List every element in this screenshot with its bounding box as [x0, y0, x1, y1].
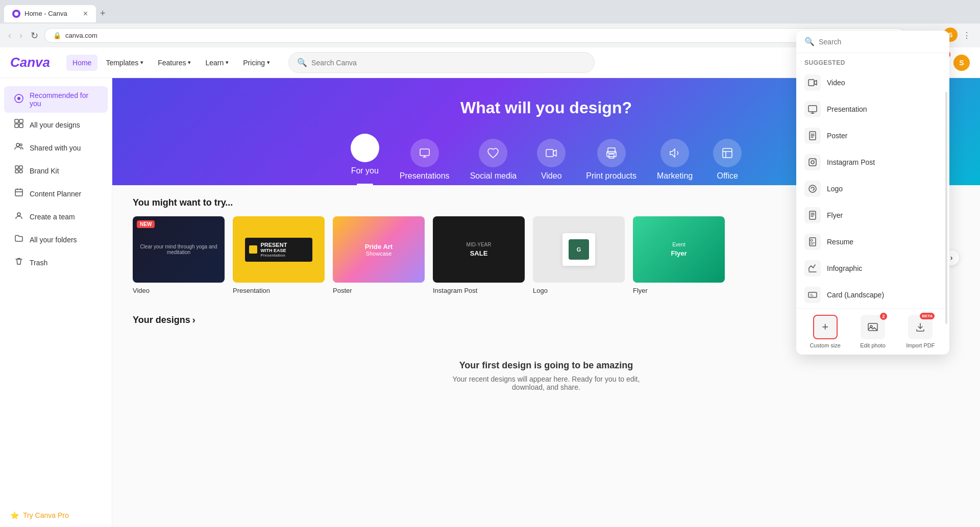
nav-link-features[interactable]: Features ▾: [152, 55, 197, 71]
browser-back-button[interactable]: ‹: [6, 28, 13, 43]
browser-forward-button[interactable]: ›: [17, 28, 24, 43]
svg-rect-16: [546, 149, 553, 157]
edit-photo-label: Edit photo: [860, 342, 886, 348]
card-logo-img: G: [533, 216, 625, 283]
nav-links: Home Templates ▾ Features ▾ Learn ▾ Pric…: [66, 55, 276, 71]
search-bar[interactable]: 🔍: [288, 52, 595, 73]
nav-link-learn[interactable]: Learn ▾: [199, 55, 235, 71]
edit-photo-icon: 2: [861, 315, 885, 339]
video-circle: [537, 139, 566, 167]
browser-tab-title: Home - Canva: [24, 10, 67, 17]
svg-rect-22: [808, 106, 817, 112]
card-flyer[interactable]: Event Flyer Flyer: [633, 216, 725, 294]
dropdown-item-presentation[interactable]: Presentation: [796, 96, 949, 122]
video-label: Video: [541, 171, 562, 181]
sidebar: Recommended for you All your designs Sha…: [0, 78, 112, 527]
browser-address-bar[interactable]: 🔒 canva.com: [44, 28, 905, 43]
browser-refresh-button[interactable]: ↻: [29, 28, 40, 43]
dropdown-item-instagram-post[interactable]: Instagram Post: [796, 149, 949, 175]
import-pdf-badge: BETA: [920, 313, 935, 319]
dropdown-edit-photo[interactable]: 2 Edit photo: [852, 315, 893, 348]
dropdown-search-input[interactable]: [819, 38, 941, 46]
sidebar-item-create-team[interactable]: Create a team: [4, 206, 108, 228]
try-pro-star-icon: ⭐: [10, 511, 19, 519]
dropdown-item-resume[interactable]: Resume: [796, 229, 949, 255]
svg-point-30: [811, 239, 813, 241]
dropdown-search: 🔍: [796, 31, 949, 53]
dropdown-item-logo[interactable]: Logo: [796, 175, 949, 202]
sidebar-item-all-folders[interactable]: All your folders: [4, 229, 108, 250]
browser-menu-button[interactable]: ⋮: [960, 28, 974, 43]
nav-link-pricing[interactable]: Pricing ▾: [237, 55, 276, 71]
custom-size-icon: +: [813, 315, 838, 339]
hero-icon-presentations[interactable]: Presentations: [400, 139, 450, 181]
hero-icon-for-you[interactable]: For you: [351, 134, 379, 185]
features-chevron: ▾: [188, 59, 191, 66]
sidebar-item-content-planner[interactable]: Content Planner: [4, 183, 108, 205]
browser-tab-close[interactable]: ×: [83, 9, 88, 18]
hero-icon-social-media[interactable]: Social media: [470, 139, 517, 181]
hero-icon-video[interactable]: Video: [537, 139, 566, 181]
nav-link-templates[interactable]: Templates ▾: [100, 55, 150, 71]
dropdown-item-flyer[interactable]: Flyer: [796, 202, 949, 229]
dropdown-import-pdf[interactable]: BETA Import PDF: [900, 315, 941, 348]
browser-new-tab-button[interactable]: +: [96, 4, 110, 23]
all-designs-icon: [14, 119, 23, 131]
svg-rect-3: [15, 119, 18, 123]
dropdown-scrollbar[interactable]: [945, 92, 947, 324]
import-pdf-icon: BETA: [908, 315, 933, 339]
user-avatar[interactable]: S: [953, 55, 970, 71]
print-products-circle: [597, 139, 626, 167]
dropdown-logo-label: Logo: [827, 185, 843, 193]
create-team-icon: [14, 211, 23, 222]
dropdown-item-infographic[interactable]: Infographic: [796, 255, 949, 282]
search-icon: 🔍: [297, 58, 307, 67]
card-presentation[interactable]: PRESENT WITH EASE Presentation Presentat…: [233, 216, 325, 294]
hero-icon-print-products[interactable]: Print products: [586, 139, 636, 181]
nav-link-home[interactable]: Home: [66, 55, 97, 71]
svg-rect-29: [810, 238, 816, 246]
sidebar-item-brand[interactable]: Brand Kit: [4, 160, 108, 182]
logo-text: Canva: [10, 55, 50, 70]
search-input[interactable]: [311, 59, 586, 67]
create-design-dropdown: 🔍 Suggested Video Presentation Poster In…: [796, 31, 949, 355]
dropdown-infographic-icon: [804, 260, 821, 277]
designs-empty-desc: Your recent designs will appear here. Re…: [444, 375, 648, 391]
hero-icon-marketing[interactable]: Marketing: [657, 139, 693, 181]
try-pro-button[interactable]: ⭐ Try Canva Pro: [0, 505, 112, 525]
hero-icon-office[interactable]: Office: [713, 139, 742, 181]
dropdown-video-icon: [804, 74, 821, 91]
svg-rect-21: [808, 80, 814, 86]
dropdown-section-title: Suggested: [796, 53, 949, 69]
sidebar-item-recommended[interactable]: Recommended for you: [4, 86, 108, 113]
dropdown-item-card-landscape[interactable]: Card (Landscape): [796, 282, 949, 308]
dropdown-poster-label: Poster: [827, 132, 847, 140]
dropdown-video-label: Video: [827, 79, 845, 87]
sidebar-item-trash[interactable]: Trash: [4, 252, 108, 273]
dropdown-instagram-icon: [804, 154, 821, 170]
dropdown-item-video[interactable]: Video: [796, 69, 949, 96]
card-poster[interactable]: Pride Art Showcase Poster: [333, 216, 425, 294]
sidebar-label-all-folders: All your folders: [30, 236, 77, 244]
card-logo[interactable]: G Logo: [533, 216, 625, 294]
svg-point-8: [20, 144, 22, 146]
card-presentation-img: PRESENT WITH EASE Presentation: [233, 216, 325, 283]
svg-point-26: [815, 160, 816, 161]
card-instagram-post[interactable]: MID-YEAR SALE Instagram Post: [433, 216, 525, 294]
sidebar-item-shared[interactable]: Shared with you: [4, 137, 108, 159]
svg-rect-11: [15, 170, 18, 173]
dropdown-custom-size[interactable]: + Custom size: [804, 315, 846, 348]
for-you-indicator: [357, 184, 373, 185]
card-poster-label: Poster: [333, 287, 425, 294]
card-video[interactable]: Clear your mind through yoga and meditat…: [133, 216, 225, 294]
custom-size-label: Custom size: [810, 342, 841, 348]
presentations-circle: [410, 139, 439, 167]
presentations-label: Presentations: [400, 171, 450, 181]
canva-logo[interactable]: Canva: [10, 55, 50, 70]
card-logo-label: Logo: [533, 287, 625, 294]
card-presentation-label: Presentation: [233, 287, 325, 294]
your-designs-link[interactable]: Your designs ›: [133, 315, 195, 325]
browser-tab[interactable]: Home - Canva ×: [4, 5, 96, 22]
dropdown-item-poster[interactable]: Poster: [796, 122, 949, 149]
sidebar-item-all-designs[interactable]: All your designs: [4, 114, 108, 136]
